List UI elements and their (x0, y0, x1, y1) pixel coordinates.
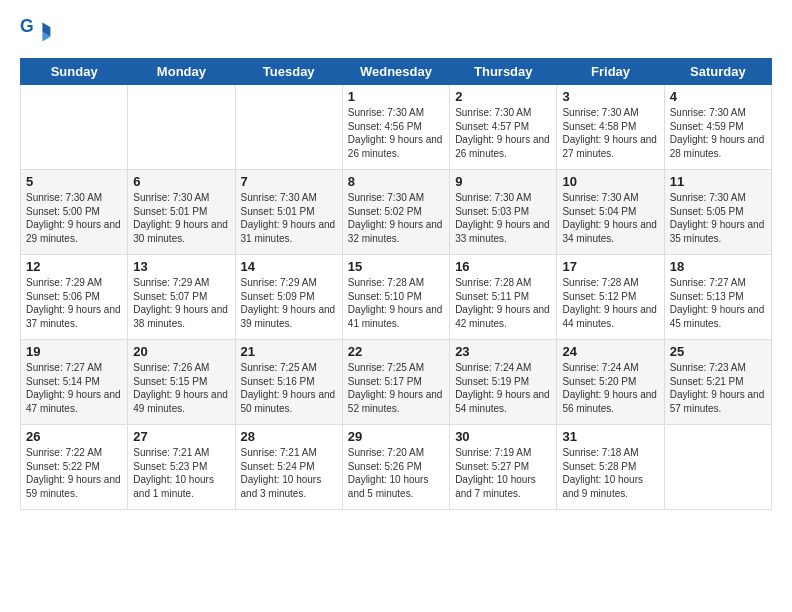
day-info: Sunrise: 7:27 AM Sunset: 5:14 PM Dayligh… (26, 361, 122, 415)
day-cell (128, 85, 235, 170)
day-info: Sunrise: 7:30 AM Sunset: 4:58 PM Dayligh… (562, 106, 658, 160)
day-cell: 25Sunrise: 7:23 AM Sunset: 5:21 PM Dayli… (664, 340, 771, 425)
day-cell: 2Sunrise: 7:30 AM Sunset: 4:57 PM Daylig… (450, 85, 557, 170)
day-info: Sunrise: 7:30 AM Sunset: 5:03 PM Dayligh… (455, 191, 551, 245)
week-row: 1Sunrise: 7:30 AM Sunset: 4:56 PM Daylig… (21, 85, 772, 170)
day-info: Sunrise: 7:28 AM Sunset: 5:10 PM Dayligh… (348, 276, 444, 330)
day-number: 14 (241, 259, 337, 274)
day-number: 13 (133, 259, 229, 274)
day-number: 12 (26, 259, 122, 274)
svg-text:G: G (20, 16, 34, 36)
day-cell: 10Sunrise: 7:30 AM Sunset: 5:04 PM Dayli… (557, 170, 664, 255)
logo-icon: G (20, 16, 52, 48)
day-info: Sunrise: 7:23 AM Sunset: 5:21 PM Dayligh… (670, 361, 766, 415)
day-number: 29 (348, 429, 444, 444)
day-info: Sunrise: 7:22 AM Sunset: 5:22 PM Dayligh… (26, 446, 122, 500)
day-info: Sunrise: 7:30 AM Sunset: 5:00 PM Dayligh… (26, 191, 122, 245)
day-cell: 17Sunrise: 7:28 AM Sunset: 5:12 PM Dayli… (557, 255, 664, 340)
week-row: 19Sunrise: 7:27 AM Sunset: 5:14 PM Dayli… (21, 340, 772, 425)
calendar-table: SundayMondayTuesdayWednesdayThursdayFrid… (20, 58, 772, 510)
day-info: Sunrise: 7:30 AM Sunset: 4:57 PM Dayligh… (455, 106, 551, 160)
day-number: 11 (670, 174, 766, 189)
day-cell: 6Sunrise: 7:30 AM Sunset: 5:01 PM Daylig… (128, 170, 235, 255)
day-info: Sunrise: 7:20 AM Sunset: 5:26 PM Dayligh… (348, 446, 444, 500)
day-number: 30 (455, 429, 551, 444)
day-info: Sunrise: 7:30 AM Sunset: 5:01 PM Dayligh… (133, 191, 229, 245)
day-number: 22 (348, 344, 444, 359)
day-info: Sunrise: 7:29 AM Sunset: 5:07 PM Dayligh… (133, 276, 229, 330)
day-info: Sunrise: 7:19 AM Sunset: 5:27 PM Dayligh… (455, 446, 551, 500)
day-number: 19 (26, 344, 122, 359)
day-cell: 24Sunrise: 7:24 AM Sunset: 5:20 PM Dayli… (557, 340, 664, 425)
weekday-header-row: SundayMondayTuesdayWednesdayThursdayFrid… (21, 59, 772, 85)
day-info: Sunrise: 7:27 AM Sunset: 5:13 PM Dayligh… (670, 276, 766, 330)
day-cell: 27Sunrise: 7:21 AM Sunset: 5:23 PM Dayli… (128, 425, 235, 510)
weekday-header: Friday (557, 59, 664, 85)
day-number: 5 (26, 174, 122, 189)
day-number: 24 (562, 344, 658, 359)
day-number: 23 (455, 344, 551, 359)
day-info: Sunrise: 7:24 AM Sunset: 5:19 PM Dayligh… (455, 361, 551, 415)
day-info: Sunrise: 7:30 AM Sunset: 5:01 PM Dayligh… (241, 191, 337, 245)
day-number: 21 (241, 344, 337, 359)
day-number: 20 (133, 344, 229, 359)
day-info: Sunrise: 7:26 AM Sunset: 5:15 PM Dayligh… (133, 361, 229, 415)
day-number: 7 (241, 174, 337, 189)
weekday-header: Wednesday (342, 59, 449, 85)
day-cell: 29Sunrise: 7:20 AM Sunset: 5:26 PM Dayli… (342, 425, 449, 510)
day-info: Sunrise: 7:30 AM Sunset: 5:02 PM Dayligh… (348, 191, 444, 245)
day-number: 17 (562, 259, 658, 274)
day-cell: 11Sunrise: 7:30 AM Sunset: 5:05 PM Dayli… (664, 170, 771, 255)
day-number: 8 (348, 174, 444, 189)
day-cell: 31Sunrise: 7:18 AM Sunset: 5:28 PM Dayli… (557, 425, 664, 510)
day-cell: 30Sunrise: 7:19 AM Sunset: 5:27 PM Dayli… (450, 425, 557, 510)
day-number: 4 (670, 89, 766, 104)
day-number: 9 (455, 174, 551, 189)
day-info: Sunrise: 7:25 AM Sunset: 5:16 PM Dayligh… (241, 361, 337, 415)
logo: G (20, 16, 56, 48)
weekday-header: Sunday (21, 59, 128, 85)
day-number: 3 (562, 89, 658, 104)
day-cell (664, 425, 771, 510)
day-number: 15 (348, 259, 444, 274)
weekday-header: Monday (128, 59, 235, 85)
day-cell: 22Sunrise: 7:25 AM Sunset: 5:17 PM Dayli… (342, 340, 449, 425)
day-number: 2 (455, 89, 551, 104)
day-cell: 19Sunrise: 7:27 AM Sunset: 5:14 PM Dayli… (21, 340, 128, 425)
day-cell: 16Sunrise: 7:28 AM Sunset: 5:11 PM Dayli… (450, 255, 557, 340)
day-cell: 18Sunrise: 7:27 AM Sunset: 5:13 PM Dayli… (664, 255, 771, 340)
day-number: 28 (241, 429, 337, 444)
day-info: Sunrise: 7:28 AM Sunset: 5:11 PM Dayligh… (455, 276, 551, 330)
day-info: Sunrise: 7:30 AM Sunset: 5:05 PM Dayligh… (670, 191, 766, 245)
day-cell: 12Sunrise: 7:29 AM Sunset: 5:06 PM Dayli… (21, 255, 128, 340)
day-info: Sunrise: 7:29 AM Sunset: 5:06 PM Dayligh… (26, 276, 122, 330)
day-cell: 8Sunrise: 7:30 AM Sunset: 5:02 PM Daylig… (342, 170, 449, 255)
day-number: 1 (348, 89, 444, 104)
day-info: Sunrise: 7:29 AM Sunset: 5:09 PM Dayligh… (241, 276, 337, 330)
day-cell: 28Sunrise: 7:21 AM Sunset: 5:24 PM Dayli… (235, 425, 342, 510)
day-info: Sunrise: 7:24 AM Sunset: 5:20 PM Dayligh… (562, 361, 658, 415)
weekday-header: Saturday (664, 59, 771, 85)
day-cell: 23Sunrise: 7:24 AM Sunset: 5:19 PM Dayli… (450, 340, 557, 425)
day-cell: 3Sunrise: 7:30 AM Sunset: 4:58 PM Daylig… (557, 85, 664, 170)
day-cell (21, 85, 128, 170)
day-number: 6 (133, 174, 229, 189)
day-info: Sunrise: 7:30 AM Sunset: 4:59 PM Dayligh… (670, 106, 766, 160)
day-info: Sunrise: 7:18 AM Sunset: 5:28 PM Dayligh… (562, 446, 658, 500)
day-number: 10 (562, 174, 658, 189)
day-cell: 15Sunrise: 7:28 AM Sunset: 5:10 PM Dayli… (342, 255, 449, 340)
day-info: Sunrise: 7:25 AM Sunset: 5:17 PM Dayligh… (348, 361, 444, 415)
day-number: 26 (26, 429, 122, 444)
day-number: 31 (562, 429, 658, 444)
day-cell: 26Sunrise: 7:22 AM Sunset: 5:22 PM Dayli… (21, 425, 128, 510)
day-cell: 5Sunrise: 7:30 AM Sunset: 5:00 PM Daylig… (21, 170, 128, 255)
day-info: Sunrise: 7:30 AM Sunset: 4:56 PM Dayligh… (348, 106, 444, 160)
day-number: 18 (670, 259, 766, 274)
day-cell: 1Sunrise: 7:30 AM Sunset: 4:56 PM Daylig… (342, 85, 449, 170)
day-cell: 9Sunrise: 7:30 AM Sunset: 5:03 PM Daylig… (450, 170, 557, 255)
day-cell: 13Sunrise: 7:29 AM Sunset: 5:07 PM Dayli… (128, 255, 235, 340)
day-info: Sunrise: 7:21 AM Sunset: 5:24 PM Dayligh… (241, 446, 337, 500)
day-cell (235, 85, 342, 170)
day-cell: 4Sunrise: 7:30 AM Sunset: 4:59 PM Daylig… (664, 85, 771, 170)
day-number: 25 (670, 344, 766, 359)
